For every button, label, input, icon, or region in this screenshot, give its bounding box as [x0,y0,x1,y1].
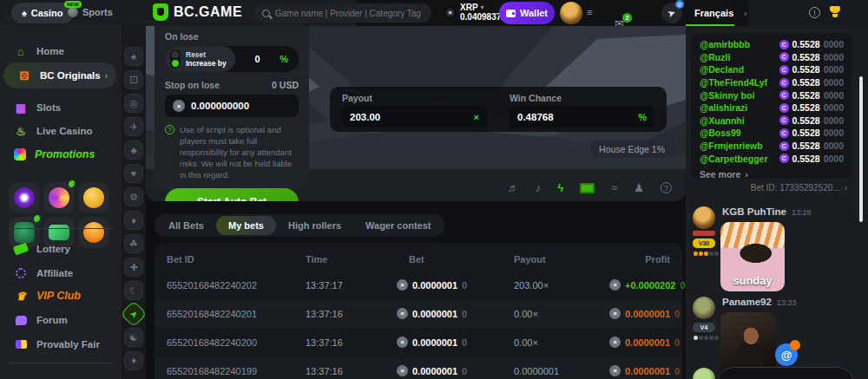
tab-all-bets[interactable]: All Bets [156,216,216,235]
table-row[interactable]: 65520168482240202 13:37:17 ×0.00000010 2… [155,271,682,299]
reset-increase-toggle[interactable]: Reset Increase by [165,46,235,72]
rail-game-3[interactable]: ◎ [124,94,143,113]
rail-game-14[interactable]: ✦ [124,351,143,370]
winner-row[interactable]: @Boss99C0.55280000 [700,127,844,140]
turbo-icon[interactable]: ϟ [557,181,563,194]
sidebar-item-home[interactable]: ⌂ Home [0,40,122,62]
game-icon: ♠ [131,51,136,62]
rail-game-5[interactable]: ♣ [124,140,143,160]
winner-row[interactable]: @alishiraziC0.55280000 [700,101,844,114]
bet-amount-dim: 0 [462,309,467,319]
promo-piggy-bank[interactable] [78,182,109,213]
tab-wager-contest[interactable]: Wager contest [353,216,443,235]
winner-row[interactable]: @amirbbbbC0.55280000 [700,38,844,51]
bet-payout: 0.00× [514,309,609,319]
help-icon[interactable]: ? [661,182,672,193]
winner-row[interactable]: @TheFiend4LyfC0.55280000 [700,76,844,89]
start-auto-bet-button[interactable]: Start Auto Bet [165,188,299,201]
bet-id: 65520168482240201 [167,309,306,319]
rail-game-2[interactable]: ⚀ [124,70,143,89]
winner-row[interactable]: @RuzliC0.55280000 [700,51,844,64]
rail-game-rocket-active[interactable]: ➤ [120,300,147,327]
moon-badge [69,180,76,188]
winner-row[interactable]: @FrmjenriewbC0.55280000 [700,140,844,153]
stop-on-lose-label: Stop on lose [165,80,220,90]
sidebar-item-vip-club[interactable]: ♛ VIP Club [0,284,122,307]
sidebar-item-provably-fair[interactable]: Provably Fair [0,333,122,356]
winner-amount: 0.5528 [792,140,820,151]
mention-button[interactable]: @ [775,343,798,366]
on-lose-row: Reset Increase by 0 % [165,46,299,72]
wallet-button[interactable]: Wallet [499,2,555,24]
on-lose-value[interactable]: 0 [254,54,260,64]
music-icon[interactable]: ♬ [508,181,519,194]
rail-game-9[interactable]: ☘ [124,234,143,253]
sidebar-item-bc-originals[interactable]: ⚄ BC Originals › [3,62,116,88]
bc-game-logo[interactable]: BC.GAME [153,3,242,21]
sound-icon[interactable]: ♪ [536,181,542,194]
chat-input[interactable] [717,367,854,379]
user-avatar[interactable] [560,2,582,24]
sidebar-item-live-casino[interactable]: ♨ Live Casino [0,120,122,142]
col-time: Time [306,254,397,265]
rail-game-8[interactable]: ♦ [124,211,143,230]
winner-amount: 0.5528 [792,52,820,62]
win-chance-input[interactable]: 0.48768 % [510,106,654,127]
promo-spin-wheel[interactable] [9,182,40,213]
house-edge-chip: House Edge 1% [590,140,674,158]
rail-game-4[interactable]: ✈ [124,117,143,136]
tab-high-rollers[interactable]: High rollers [276,216,353,235]
table-row[interactable]: 65520168482240199 13:37:16 ×0.00000010 0… [155,356,682,379]
trophy-icon[interactable] [830,6,840,17]
winner-row[interactable]: @CarpetbeggerC0.55280000 [700,152,844,165]
sports-tab[interactable]: NEW Sports [68,7,113,17]
search-input[interactable] [275,9,424,18]
game-icon: ☘ [129,239,138,250]
winner-row[interactable]: @XuannhiC0.55280000 [700,114,844,127]
game-toolbar: ♬ ♪ ϟ ≈ ♟ ? [508,181,672,194]
promo-lucky-wheel[interactable] [43,182,75,213]
rail-game-7[interactable]: ⚙ [124,187,143,206]
rail-game-10[interactable]: ✚ [124,258,143,277]
jb-coin-icon: C [779,65,789,75]
bet-id-link[interactable]: Bet ID: 17335292520... › [751,183,847,193]
bet-profit-dim: 0 [680,280,685,291]
chat-gif-sunday[interactable]: sunday [720,222,785,291]
chat-scrollbar[interactable] [859,76,863,222]
payout-input[interactable]: 203.00 × [342,106,487,127]
stop-on-lose-input[interactable]: × 0.000000000 [165,95,299,117]
currency-label: XRP [460,3,478,12]
sidebar-item-lottery[interactable]: Lottery [0,238,122,260]
sidebar-item-promotions[interactable]: Promotions [0,143,122,166]
jb-coin-icon: C [779,141,789,151]
game-icon: ⚙ [129,192,138,203]
balance-selector[interactable]: × XRP ▾ 0.04098372 [444,3,506,22]
table-row[interactable]: 65520168482240201 13:37:16 ×0.00000010 0… [155,299,682,328]
sidebar-item-forum[interactable]: Forum [0,309,122,331]
rail-game-11[interactable]: ☾ [124,281,143,300]
hotkeys-icon[interactable] [580,183,595,193]
sidebar-item-affiliate[interactable]: Affiliate [0,262,122,284]
search-bar[interactable] [254,3,431,23]
winner-amount-dim: 0000 [824,77,844,88]
tip-jar-icon[interactable]: ♟ [634,181,644,194]
tab-my-bets[interactable]: My bets [216,216,276,235]
xrp-coin-icon: × [609,365,621,376]
info-icon[interactable]: ! [809,7,820,18]
see-more-button[interactable]: See more› [700,169,844,180]
chat-avatar[interactable] [693,206,715,229]
chat-avatar[interactable] [693,368,715,379]
winner-row[interactable]: @DeclandC0.55280000 [700,63,844,76]
rail-game-6[interactable]: ♥ [124,164,143,183]
bet-amount: 0.0000001 [412,366,457,376]
language-selector[interactable]: Français › [694,8,747,18]
sidebar-item-slots[interactable]: ▦ Slots [0,96,122,119]
table-row[interactable]: 65520168482240200 13:37:16 ×0.00000010 0… [155,328,682,356]
chat-toggle-button[interactable]: ➤ @ [661,3,682,23]
rail-game-1[interactable]: ♠ [124,47,143,66]
rail-game-13[interactable]: ☯ [124,328,143,347]
winner-row[interactable]: @Skinny boiC0.55280000 [700,88,844,101]
chat-avatar[interactable] [693,297,715,319]
message-header: KGB PuhTine 13:28 [722,206,811,217]
trend-icon[interactable]: ≈ [611,181,617,194]
